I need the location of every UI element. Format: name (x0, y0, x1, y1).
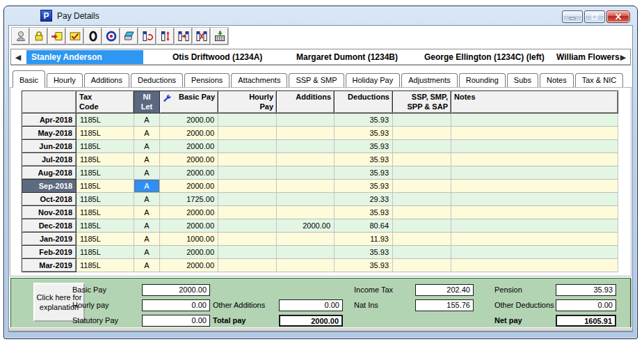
cell-deductions[interactable]: 35.93 (335, 127, 393, 140)
column-header-ni-let[interactable]: NI Let (134, 91, 160, 114)
column-copy-button[interactable] (175, 28, 192, 45)
income-tax-field[interactable]: 202.40 (415, 284, 474, 296)
lock-button[interactable] (30, 28, 47, 45)
cell-notes[interactable] (451, 219, 618, 233)
cell-basic-pay[interactable]: 2000.00 (160, 114, 218, 127)
cell-notes[interactable] (451, 193, 618, 206)
employee-item-4[interactable]: William Flowers (556, 50, 620, 64)
row-header-may-2018[interactable]: May-2018 (22, 127, 77, 140)
column-header-deductions[interactable]: Deductions (335, 91, 393, 114)
previous-employee-button[interactable]: ◀ (11, 49, 25, 65)
cell-ssp-smp[interactable] (393, 140, 451, 153)
tab-ssp-smp[interactable]: SSP & SMP (289, 73, 344, 87)
cell-deductions[interactable]: 35.93 (335, 114, 393, 127)
nat-ins-field[interactable]: 155.76 (415, 299, 474, 311)
cell-tax-code[interactable]: 1185L (77, 140, 134, 153)
cell-additions[interactable] (277, 166, 335, 180)
row-header-sep-2018[interactable]: Sep-2018 (22, 180, 77, 193)
cell-ssp-smp[interactable] (393, 127, 451, 140)
maximize-button[interactable] (584, 10, 605, 23)
employee-item-1[interactable]: Otis Driftwood (1234A) (172, 50, 262, 64)
cell-hourly-pay[interactable] (218, 140, 277, 153)
net-pay-field[interactable]: 1605.91 (556, 315, 616, 327)
tab-pensions[interactable]: Pensions (184, 73, 230, 87)
cell-notes[interactable] (451, 233, 618, 246)
cell-additions[interactable] (277, 140, 335, 153)
employee-item-2[interactable]: Margaret Dumont (1234B) (296, 50, 398, 64)
employee-button[interactable] (12, 28, 29, 45)
row-header-aug-2018[interactable]: Aug-2018 (22, 166, 77, 180)
cell-deductions[interactable]: 35.93 (335, 259, 393, 272)
tab-hourly[interactable]: Hourly (47, 73, 83, 87)
cell-basic-pay[interactable]: 2000.00 (160, 140, 218, 153)
cell-hourly-pay[interactable] (218, 193, 277, 206)
cell-tax-code[interactable]: 1185L (77, 246, 134, 259)
tab-basic[interactable]: Basic (13, 70, 45, 88)
tab-attachments[interactable]: Attachments (231, 73, 287, 87)
column-header-notes[interactable]: Notes (451, 91, 618, 114)
cell-ssp-smp[interactable] (393, 246, 451, 259)
cell-basic-pay[interactable]: 1000.00 (160, 233, 218, 246)
column-undo-button[interactable] (138, 28, 156, 45)
row-header-mar-2019[interactable]: Mar-2019 (22, 259, 77, 272)
cell-deductions[interactable]: 35.93 (335, 206, 393, 219)
cell-basic-pay[interactable]: 2000.00 (160, 127, 218, 140)
cell-additions[interactable] (277, 206, 335, 219)
add-note-button[interactable] (48, 28, 65, 45)
total-pay-field[interactable]: 2000.00 (279, 315, 343, 327)
cell-hourly-pay[interactable] (218, 127, 277, 140)
cell-ssp-smp[interactable] (393, 219, 451, 233)
row-header-dec-2018[interactable]: Dec-2018 (22, 219, 77, 233)
cell-ni-letter[interactable]: A (134, 193, 160, 206)
cell-hourly-pay[interactable] (218, 246, 277, 259)
cell-hourly-pay[interactable] (218, 166, 277, 180)
envelope-check-button[interactable] (66, 28, 83, 45)
pension-field[interactable]: 35.93 (556, 284, 616, 296)
employee-item-3[interactable]: George Ellington (1234C) (left) (424, 50, 545, 64)
cell-ni-letter[interactable]: A (134, 219, 160, 233)
tab-rounding[interactable]: Rounding (459, 73, 506, 87)
cell-additions[interactable]: 2000.00 (277, 219, 335, 233)
tab-subs[interactable]: Subs (507, 73, 538, 87)
cell-ni-letter[interactable]: A (134, 206, 160, 219)
cell-tax-code[interactable]: 1185L (77, 206, 134, 219)
tab-holiday-pay[interactable]: Holiday Pay (346, 73, 401, 87)
other-additions-field[interactable]: 0.00 (279, 299, 343, 311)
row-header-jul-2018[interactable]: Jul-2018 (22, 153, 77, 166)
cell-tax-code[interactable]: 1185L (77, 233, 134, 246)
cell-ni-letter[interactable]: A (134, 153, 160, 166)
cell-ssp-smp[interactable] (393, 166, 451, 180)
cell-deductions[interactable]: 35.93 (335, 246, 393, 259)
grid-export-button[interactable] (211, 28, 228, 45)
tab-adjustments[interactable]: Adjustments (401, 73, 458, 87)
cell-basic-pay[interactable]: 2000.00 (160, 246, 218, 259)
cell-deductions[interactable]: 35.93 (335, 180, 393, 193)
wrench-icon[interactable] (162, 93, 171, 104)
cell-ni-letter[interactable]: A (134, 140, 160, 153)
cell-additions[interactable] (277, 233, 335, 246)
cell-deductions[interactable]: 11.93 (335, 233, 393, 246)
row-header-jun-2018[interactable]: Jun-2018 (22, 140, 77, 153)
cell-basic-pay[interactable]: 2000.00 (160, 180, 218, 193)
row-header-feb-2019[interactable]: Feb-2019 (22, 246, 77, 259)
cell-ni-letter[interactable]: A (134, 246, 160, 259)
cell-ssp-smp[interactable] (393, 206, 451, 219)
cell-hourly-pay[interactable] (218, 180, 277, 193)
cell-ni-letter[interactable]: A (134, 180, 160, 193)
employee-item-0[interactable]: Stanley Anderson (26, 50, 143, 64)
tab-additions[interactable]: Additions (84, 73, 129, 87)
cell-deductions[interactable]: 80.64 (335, 219, 393, 233)
zeroise-button[interactable] (84, 28, 102, 45)
cell-notes[interactable] (451, 127, 618, 140)
cell-ni-letter[interactable]: A (134, 259, 160, 272)
column-header-basic-pay[interactable]: Basic Pay (160, 91, 218, 114)
cell-notes[interactable] (451, 246, 618, 259)
cell-ssp-smp[interactable] (393, 114, 451, 127)
cell-notes[interactable] (451, 114, 618, 127)
cell-deductions[interactable]: 35.93 (335, 166, 393, 180)
row-header-nov-2018[interactable]: Nov-2018 (22, 206, 77, 219)
row-header-apr-2018[interactable]: Apr-2018 (22, 114, 77, 127)
cell-hourly-pay[interactable] (218, 114, 277, 127)
cell-notes[interactable] (451, 180, 618, 193)
cell-ni-letter[interactable]: A (134, 166, 160, 180)
